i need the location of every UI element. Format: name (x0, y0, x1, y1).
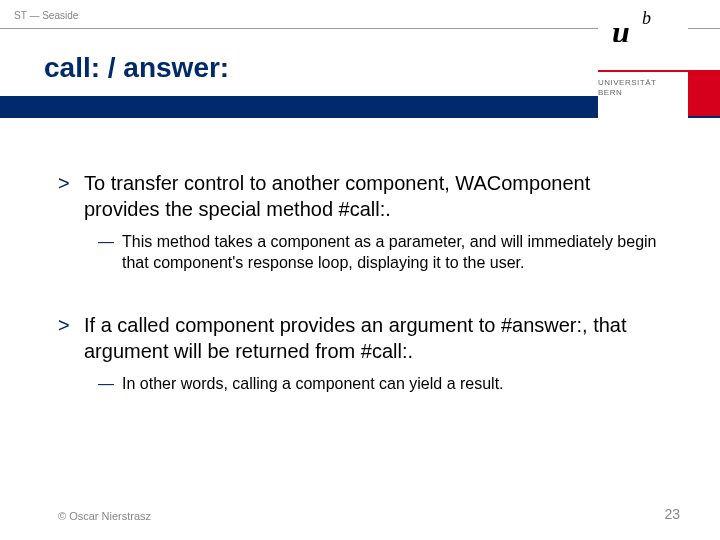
bullet-marker: > (58, 170, 84, 222)
logo-uni-line1: UNIVERSITÄT (598, 78, 656, 87)
course-tag: ST — Seaside (14, 10, 78, 21)
logo-red-strip (598, 70, 688, 72)
bullet-level2: — In other words, calling a component ca… (98, 374, 658, 395)
bullet-marker: — (98, 232, 122, 274)
bullet-text: If a called component provides an argume… (84, 312, 658, 364)
bullet-text: To transfer control to another component… (84, 170, 658, 222)
slide: ST — Seaside call: / answer: u b UNIVERS… (0, 0, 720, 540)
bullet-marker: — (98, 374, 122, 395)
logo-letter-b: b (642, 8, 651, 29)
page-number: 23 (664, 506, 680, 522)
bullet-text: In other words, calling a component can … (122, 374, 504, 395)
red-side-accent (688, 70, 720, 116)
logo-university-text: UNIVERSITÄT BERN (598, 78, 688, 97)
bullet-text: This method takes a component as a param… (122, 232, 658, 274)
logo-white-strip (598, 42, 688, 70)
footer-copyright: © Oscar Nierstrasz (58, 510, 151, 522)
slide-title: call: / answer: (44, 52, 229, 84)
slide-body: > To transfer control to another compone… (58, 170, 658, 402)
bullet-level1: > If a called component provides an argu… (58, 312, 658, 364)
spacer (58, 282, 658, 312)
university-logo: u b UNIVERSITÄT BERN (598, 0, 688, 128)
bullet-level1: > To transfer control to another compone… (58, 170, 658, 222)
bullet-level2: — This method takes a component as a par… (98, 232, 658, 274)
logo-uni-line2: BERN (598, 88, 622, 97)
bullet-marker: > (58, 312, 84, 364)
